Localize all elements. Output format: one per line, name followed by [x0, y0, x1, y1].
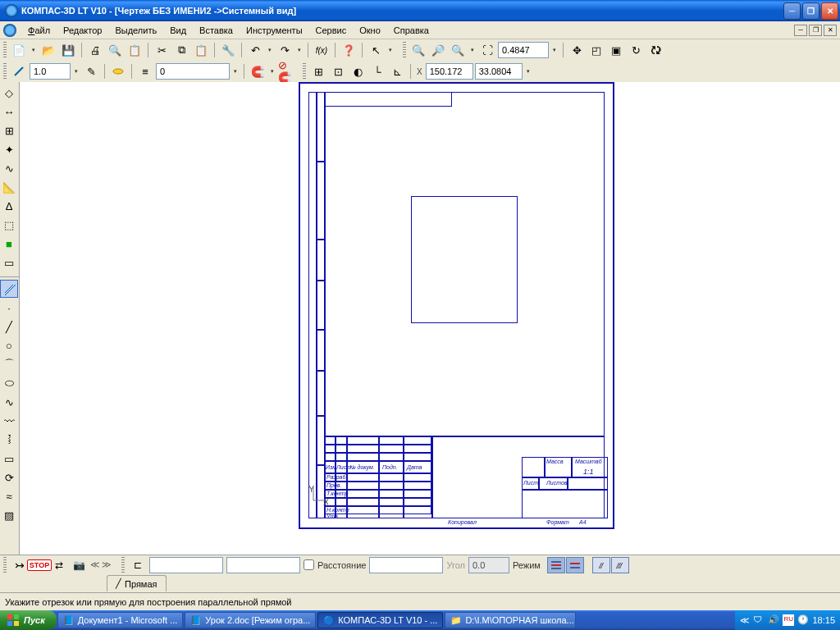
panel-grip[interactable]: [121, 557, 125, 573]
snap-button[interactable]: 🧲: [249, 62, 267, 80]
toolbar-grip[interactable]: [3, 63, 7, 80]
equid-button[interactable]: ≈: [0, 487, 18, 505]
mdi-restore-button[interactable]: ❐: [809, 25, 822, 36]
panel-nav[interactable]: ≪≫: [90, 559, 112, 570]
menu-window[interactable]: Окно: [353, 23, 387, 38]
zoom-value-dropdown[interactable]: ▾: [550, 42, 559, 58]
menu-select[interactable]: Выделить: [108, 23, 163, 38]
tray-time[interactable]: 18:15: [812, 615, 835, 625]
menu-service[interactable]: Сервис: [309, 23, 354, 38]
menu-edit[interactable]: Редактор: [57, 23, 108, 38]
zoom-in-button[interactable]: 🔎: [429, 41, 447, 59]
zoom-extents-button[interactable]: ⛶: [478, 41, 496, 59]
layer-dropdown[interactable]: ▾: [231, 63, 240, 80]
menu-tools[interactable]: Инструменты: [240, 23, 309, 38]
collect-button[interactable]: ⟳: [0, 468, 18, 486]
tray-expand-icon[interactable]: ≪: [740, 615, 750, 626]
mode-one-button[interactable]: [566, 557, 584, 573]
tray-volume-icon[interactable]: 🔊: [768, 614, 779, 626]
swap-button[interactable]: ⇄: [51, 557, 67, 573]
edit-tab-icon[interactable]: ✦: [0, 140, 18, 158]
mdi-close-button[interactable]: ✕: [824, 25, 837, 36]
mdi-minimize-button[interactable]: ─: [794, 25, 807, 36]
redraw-button[interactable]: ↻: [627, 41, 645, 59]
cut-button[interactable]: ✂: [153, 41, 171, 59]
distance-input[interactable]: [369, 557, 443, 573]
zoom-prev-button[interactable]: 🔍: [449, 41, 467, 59]
line-style-button[interactable]: [10, 62, 28, 80]
copy-props-button[interactable]: 📷: [71, 557, 87, 573]
variables-button[interactable]: f(x): [313, 41, 331, 59]
mode-both-button[interactable]: [547, 557, 565, 573]
circle-button[interactable]: ○: [0, 336, 18, 354]
system-tray[interactable]: ≪ 🛡 🔊 RU 🕐 18:15: [735, 610, 840, 630]
style-hatch2-button[interactable]: ⫻: [611, 557, 629, 573]
stop-button[interactable]: STOP: [31, 557, 48, 573]
break-button[interactable]: ⸾: [0, 431, 18, 449]
redo-button[interactable]: ↷: [276, 41, 294, 59]
taskbar-item-word1[interactable]: 📘Документ1 - Microsoft ...: [57, 612, 184, 628]
select-tab-icon[interactable]: Δ: [0, 197, 18, 215]
grid-button[interactable]: ⊞: [309, 62, 327, 80]
menu-help[interactable]: Справка: [387, 23, 436, 38]
coord2-input[interactable]: [226, 557, 300, 573]
tray-clock-icon[interactable]: 🕐: [797, 614, 809, 626]
properties-button[interactable]: 🔧: [219, 41, 237, 59]
coord-pick-button[interactable]: ⊏: [130, 557, 146, 573]
pointer-button[interactable]: ↖: [367, 41, 385, 59]
ortho-button[interactable]: ⊡: [329, 62, 347, 80]
auto-create-button[interactable]: ↣: [11, 557, 28, 573]
coord-dropdown[interactable]: ▾: [524, 63, 532, 80]
layer-toggle-button[interactable]: [109, 62, 127, 80]
coord-x-input[interactable]: [426, 63, 473, 80]
layer-manager-button[interactable]: ≡: [136, 62, 154, 80]
arc-button[interactable]: ⌒: [0, 355, 18, 373]
preview-button[interactable]: 🔍: [106, 41, 124, 59]
point-button[interactable]: ·: [0, 299, 18, 317]
toolbar-grip[interactable]: [3, 42, 7, 58]
refresh-button[interactable]: 🗘: [646, 41, 664, 59]
tray-shield-icon[interactable]: 🛡: [753, 614, 765, 626]
zoom-fit-button[interactable]: ◰: [587, 41, 605, 59]
new-button[interactable]: 📄: [10, 41, 28, 59]
minimize-button[interactable]: ─: [783, 2, 801, 20]
undo-button[interactable]: ↶: [246, 41, 264, 59]
spec-tab-icon[interactable]: ⬚: [0, 216, 18, 234]
taskbar-item-kompas[interactable]: 🔵КОМПАС-3D LT V10 - ...: [317, 612, 443, 628]
line-weight-dropdown[interactable]: ▾: [72, 63, 80, 80]
ellipse-button[interactable]: ⬭: [0, 374, 18, 392]
open-button[interactable]: 📂: [39, 41, 57, 59]
undo-dropdown[interactable]: ▾: [266, 42, 274, 58]
layer-input[interactable]: [156, 63, 230, 80]
param-tab-icon[interactable]: ∿: [0, 159, 18, 177]
paste-button[interactable]: 📋: [192, 41, 210, 59]
round-button[interactable]: ◐: [349, 62, 367, 80]
coord-y-input[interactable]: [475, 63, 523, 80]
close-button[interactable]: ✕: [821, 2, 838, 20]
zoom-value-input[interactable]: [498, 42, 549, 58]
toolbar-grip[interactable]: [303, 63, 306, 80]
snap-dropdown[interactable]: ▾: [268, 63, 276, 80]
spec2-tab-icon[interactable]: ■: [0, 235, 18, 253]
assoc-tab-icon[interactable]: ▭: [0, 253, 18, 272]
start-button[interactable]: Пуск: [0, 610, 57, 630]
edit-style-button[interactable]: ✎: [82, 62, 100, 80]
redo-dropdown[interactable]: ▾: [295, 42, 304, 58]
new-dropdown[interactable]: ▾: [30, 42, 38, 58]
menu-insert[interactable]: Вставка: [193, 23, 240, 38]
rect-button[interactable]: ▭: [0, 450, 18, 468]
dimension-tab-icon[interactable]: ↔: [0, 103, 18, 121]
pan-button[interactable]: ✥: [568, 41, 586, 59]
coord1-input[interactable]: [149, 557, 223, 573]
help-button[interactable]: ❓: [340, 41, 358, 59]
toolbar-grip[interactable]: [403, 42, 406, 58]
print-setup-button[interactable]: 📋: [126, 41, 144, 59]
local-cs-button[interactable]: └: [368, 62, 386, 80]
taskbar-item-word2[interactable]: 📘Урок 2.doc [Режим огра...: [185, 612, 316, 628]
zoom-dropdown[interactable]: ▾: [468, 42, 477, 58]
menu-file[interactable]: Файл: [21, 23, 57, 38]
line-weight-input[interactable]: [30, 63, 71, 80]
taskbar-item-explorer[interactable]: 📁D:\I.M\ОПОРНАЯ школа...: [445, 612, 576, 628]
menu-view[interactable]: Вид: [163, 23, 193, 38]
zoom-all-button[interactable]: ▣: [607, 41, 625, 59]
